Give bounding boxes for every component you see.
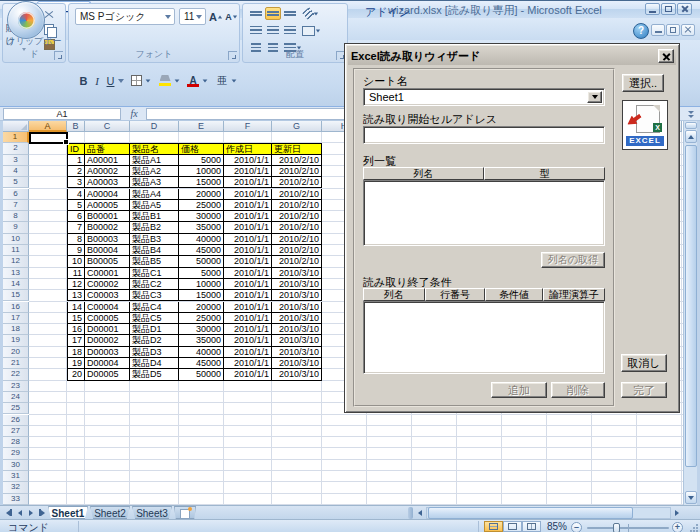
font-name-combobox[interactable]: MS Pゴシック [75, 8, 175, 25]
table-cell[interactable]: A00005 [85, 200, 130, 211]
table-cell[interactable]: 2010/1/1 [224, 245, 272, 256]
sheet-tab-sheet1[interactable]: Sheet1 [48, 506, 88, 519]
underline-button[interactable]: U [104, 72, 117, 89]
row-header-33[interactable]: 33 [3, 494, 29, 505]
end-condition-header-column[interactable]: 列名 [363, 288, 425, 301]
row-header-4[interactable]: 4 [3, 166, 29, 177]
resize-grip[interactable] [689, 523, 698, 532]
table-cell[interactable]: 2010/1/1 [224, 279, 272, 290]
row-header-11[interactable]: 11 [3, 245, 29, 256]
table-cell[interactable]: 5 [67, 200, 85, 211]
table-cell[interactable]: 更新日 [272, 143, 322, 154]
table-cell[interactable]: 30000 [179, 324, 224, 335]
sheet-tab-sheet2[interactable]: Sheet2 [90, 506, 130, 519]
table-cell[interactable]: 8 [67, 234, 85, 245]
shrink-font-button[interactable]: A [224, 8, 239, 25]
table-cell[interactable]: 25000 [179, 313, 224, 324]
table-cell[interactable]: 10000 [179, 166, 224, 177]
insert-function-button[interactable]: fx [124, 108, 144, 120]
table-cell[interactable]: 製品C3 [130, 290, 179, 301]
sheet-name-combobox[interactable]: Sheet1 [363, 88, 605, 106]
align-top-button[interactable] [248, 7, 264, 20]
column-list-box[interactable] [363, 180, 605, 246]
table-cell[interactable]: D00004 [85, 358, 130, 369]
table-cell[interactable]: 2010/1/1 [224, 369, 272, 380]
borders-dropdown[interactable] [144, 72, 152, 89]
table-cell[interactable]: 2010/3/10 [272, 302, 322, 313]
table-cell[interactable]: 製品B2 [130, 222, 179, 233]
row-header-28[interactable]: 28 [3, 437, 29, 448]
table-cell[interactable]: 2010/2/10 [272, 177, 322, 188]
previous-sheet-button[interactable] [15, 507, 25, 518]
orientation-button[interactable] [301, 7, 321, 20]
table-cell[interactable]: 製品C4 [130, 302, 179, 313]
table-cell[interactable]: 2010/1/1 [224, 290, 272, 301]
table-cell[interactable]: 製品D1 [130, 324, 179, 335]
workbook-restore-button[interactable] [666, 24, 680, 36]
row-header-8[interactable]: 8 [3, 211, 29, 222]
zoom-in-button[interactable]: + [672, 522, 683, 532]
first-sheet-button[interactable] [4, 507, 14, 518]
table-cell[interactable]: 製品D5 [130, 369, 179, 380]
table-cell[interactable]: 13 [67, 290, 85, 301]
row-header-22[interactable]: 22 [3, 369, 29, 380]
table-cell[interactable]: 2010/1/1 [224, 256, 272, 267]
table-cell[interactable]: 2010/1/1 [224, 211, 272, 222]
row-header-24[interactable]: 24 [3, 392, 29, 403]
align-middle-button[interactable] [265, 7, 281, 20]
table-cell[interactable]: 6 [67, 211, 85, 222]
last-sheet-button[interactable] [37, 507, 47, 518]
column-header-F[interactable]: F [224, 121, 272, 132]
table-cell[interactable]: 2010/1/1 [224, 302, 272, 313]
table-cell[interactable]: 11 [67, 268, 85, 279]
table-cell[interactable]: 2010/1/1 [224, 335, 272, 346]
table-cell[interactable]: 19 [67, 358, 85, 369]
table-cell[interactable]: 2010/2/10 [272, 234, 322, 245]
table-cell[interactable]: 40000 [179, 234, 224, 245]
vertical-scrollbar[interactable] [683, 121, 697, 505]
table-cell[interactable]: 20000 [179, 302, 224, 313]
column-header-G[interactable]: G [272, 121, 322, 132]
row-header-23[interactable]: 23 [3, 381, 29, 392]
table-cell[interactable]: B00005 [85, 256, 130, 267]
zoom-out-button[interactable]: – [571, 522, 582, 532]
row-header-5[interactable]: 5 [3, 177, 29, 188]
table-cell[interactable]: 作成日 [224, 143, 272, 154]
table-cell[interactable]: 2010/3/10 [272, 279, 322, 290]
table-cell[interactable]: 2010/3/10 [272, 268, 322, 279]
borders-button[interactable] [129, 72, 144, 89]
table-cell[interactable]: 2010/2/10 [272, 189, 322, 200]
fill-color-dropdown[interactable] [173, 72, 181, 89]
table-cell[interactable]: 2010/2/10 [272, 245, 322, 256]
align-center-button[interactable] [265, 24, 281, 37]
maximize-button[interactable] [661, 3, 676, 15]
horizontal-scroll-thumb[interactable] [428, 507, 633, 519]
column-header-A[interactable]: A [29, 121, 67, 132]
table-cell[interactable]: 製品D3 [130, 347, 179, 358]
table-cell[interactable]: 20000 [179, 189, 224, 200]
table-cell[interactable]: C00003 [85, 290, 130, 301]
minimize-button[interactable] [645, 3, 660, 15]
row-header-32[interactable]: 32 [3, 482, 29, 493]
hscroll-right-button[interactable] [672, 507, 682, 518]
table-cell[interactable]: 3 [67, 177, 85, 188]
table-cell[interactable]: 2010/1/1 [224, 177, 272, 188]
table-cell[interactable]: A00002 [85, 166, 130, 177]
font-color-button[interactable]: A [185, 72, 201, 89]
table-cell[interactable]: 2010/1/1 [224, 155, 272, 166]
table-cell[interactable]: 50000 [179, 256, 224, 267]
table-cell[interactable]: C00004 [85, 302, 130, 313]
row-header-19[interactable]: 19 [3, 335, 29, 346]
table-cell[interactable]: 2010/3/10 [272, 313, 322, 324]
office-button[interactable] [7, 1, 45, 39]
select-button[interactable]: 選択.. [622, 74, 664, 92]
table-cell[interactable]: 2010/3/10 [272, 324, 322, 335]
table-cell[interactable]: C00005 [85, 313, 130, 324]
table-cell[interactable]: 35000 [179, 335, 224, 346]
table-cell[interactable]: 5000 [179, 155, 224, 166]
table-cell[interactable]: 製品A4 [130, 189, 179, 200]
column-header-B[interactable]: B [67, 121, 85, 132]
column-list-header-name[interactable]: 列名 [363, 167, 484, 180]
tab-addins[interactable]: アドイン [356, 2, 419, 22]
table-cell[interactable]: A00003 [85, 177, 130, 188]
